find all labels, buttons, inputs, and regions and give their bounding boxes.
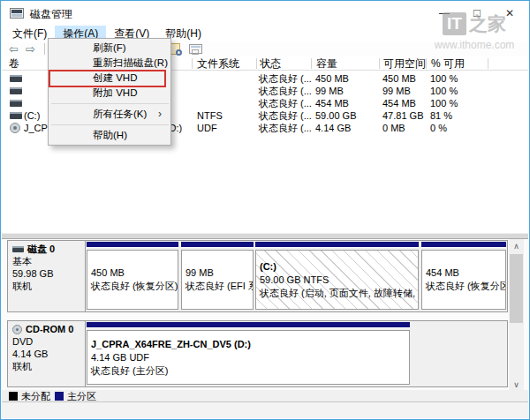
cdrom0-label[interactable]: CD-ROM 0 DVD 4.14 GB 联机: [8, 321, 86, 386]
properties-icon[interactable]: [189, 44, 202, 54]
primary-partition-bar: [421, 242, 506, 248]
volume-icon: [10, 100, 22, 107]
partition-status: 状态良好 (启动, 页面文件, 故障转储, 主分区): [260, 287, 414, 300]
column-divider[interactable]: [311, 58, 312, 69]
cell-capacity: 4.14 GB: [315, 122, 351, 134]
close-button[interactable]: ✕: [496, 1, 524, 26]
partition-status: 状态良好 (恢复分区): [91, 280, 174, 293]
volume-icon: [10, 87, 22, 94]
primary-partition-bar: [181, 242, 254, 248]
column-divider[interactable]: [256, 58, 257, 69]
app-icon: [10, 8, 24, 19]
primary-partition-bar: [87, 242, 178, 248]
partition-label: J_CPRA_X64FRE_ZH-CN_DV5 (D:): [91, 338, 405, 351]
partition-status: 状态良好 (EFI 系统分区): [186, 280, 249, 293]
cell-percent: 100 %: [430, 85, 458, 97]
status-bar: [2, 402, 528, 418]
partition-efi-99mb[interactable]: 99 MB 状态良好 (EFI 系统分区): [181, 242, 254, 310]
menu-item-attach-vhd[interactable]: 附加 VHD: [49, 86, 170, 101]
col-percent-free[interactable]: % 可用: [431, 57, 465, 70]
cell-free: 450 MB: [382, 72, 416, 85]
partition-letter: (C:): [260, 260, 414, 274]
column-divider[interactable]: [192, 58, 193, 69]
cell-status: 状态良好 (...: [259, 72, 312, 85]
volume-icon: [10, 75, 22, 82]
partition-size: 59.00 GB NTFS: [260, 274, 414, 287]
pane-splitter[interactable]: [2, 233, 528, 239]
cell-free: 99 MB: [382, 85, 411, 97]
cdrom0-status: 联机: [12, 360, 80, 372]
minimize-button[interactable]: —: [430, 1, 458, 26]
primary-partition-bar: [255, 242, 419, 248]
volume-icon: [10, 112, 22, 119]
cdrom0-group: CD-ROM 0 DVD 4.14 GB 联机 J_CPRA_X64FRE_ZH…: [7, 320, 508, 387]
disk0-label[interactable]: 磁盘 0 基本 59.98 GB 联机: [8, 241, 86, 311]
cell-status: 状态良好 (...: [259, 122, 312, 134]
menu-item-all-tasks[interactable]: 所有任务(K) ›: [49, 107, 170, 122]
cell-free: 47.81 GB: [382, 109, 423, 122]
disk0-status: 联机: [12, 280, 80, 292]
column-divider[interactable]: [426, 58, 427, 69]
cdrom0-type: DVD: [12, 335, 80, 348]
legend-unallocated-label: 未分配: [21, 390, 50, 402]
submenu-arrow-icon: ›: [158, 107, 162, 122]
back-arrow-icon[interactable]: ⇦: [9, 42, 19, 56]
disk0-group: 磁盘 0 基本 59.98 GB 联机 450 MB 状态良好 (恢复分区) 9…: [7, 240, 508, 312]
col-volume[interactable]: 卷: [9, 57, 19, 70]
partition-size: 450 MB: [91, 266, 174, 280]
col-free-space[interactable]: 可用空间: [383, 57, 426, 70]
scrollbar-thumb[interactable]: [510, 254, 523, 323]
partition-size: 454 MB: [426, 266, 502, 280]
cell-free: 454 MB: [382, 97, 416, 109]
partition-status: 状态良好 (恢复分区): [426, 280, 502, 293]
partition-legend: 未分配 主分区: [2, 390, 528, 402]
create-vhd-label: 创建 VHD: [93, 72, 137, 83]
menu-separator: [51, 103, 169, 104]
cell-percent: 100 %: [430, 72, 458, 85]
cell-capacity: 99 MB: [315, 85, 344, 97]
column-divider[interactable]: [488, 58, 488, 69]
vertical-scrollbar[interactable]: ∧ ∨: [509, 239, 524, 392]
col-filesystem[interactable]: 文件系统: [197, 57, 239, 70]
legend-primary-label: 主分区: [67, 390, 96, 402]
menu-item-create-vhd[interactable]: 创建 VHD: [49, 71, 170, 86]
disk-icon: [12, 246, 24, 252]
partition-recovery-450mb[interactable]: 450 MB 状态良好 (恢复分区): [87, 242, 178, 310]
partition-status: 状态良好 (主分区): [91, 364, 405, 378]
all-tasks-label: 所有任务(K): [93, 109, 147, 119]
partition-size: 4.14 GB UDF: [91, 351, 405, 364]
scroll-up-icon[interactable]: ∧: [509, 239, 524, 253]
partition-size: 99 MB: [186, 266, 249, 280]
partition-recovery-454mb[interactable]: 454 MB 状态良好 (恢复分区): [421, 242, 506, 310]
column-divider[interactable]: [379, 58, 380, 69]
menu-item-refresh[interactable]: 刷新(F): [49, 41, 170, 56]
menu-separator: [51, 124, 169, 125]
disk0-type: 基本: [12, 255, 80, 267]
forward-arrow-icon[interactable]: ⇨: [26, 42, 35, 56]
cdrom0-name: CD-ROM 0: [26, 323, 73, 335]
disk0-name: 磁盘 0: [27, 243, 55, 255]
toolbar-separator: [44, 43, 45, 55]
disk0-size: 59.98 GB: [12, 267, 80, 280]
col-capacity[interactable]: 容量: [316, 57, 337, 70]
partition-c-drive[interactable]: (C:) 59.00 GB NTFS 状态良好 (启动, 页面文件, 故障转储,…: [255, 242, 419, 310]
cell-volume: (C:): [24, 109, 40, 122]
disk-graphical-pane: 磁盘 0 基本 59.98 GB 联机 450 MB 状态良好 (恢复分区) 9…: [2, 239, 528, 392]
cd-disc-icon: [10, 123, 20, 133]
unallocated-swatch: [9, 392, 18, 401]
maximize-button[interactable]: □: [463, 1, 491, 26]
magnifier-icon: [176, 49, 182, 56]
menu-item-help[interactable]: 帮助(H): [49, 128, 170, 143]
cell-capacity: 454 MB: [315, 97, 349, 109]
col-status[interactable]: 状态: [260, 57, 281, 70]
cell-filesystem: NTFS: [197, 109, 223, 122]
cell-capacity: 450 MB: [315, 72, 349, 85]
title-bar: 磁盘管理 — □ ✕: [1, 1, 529, 26]
partition-d-drive[interactable]: J_CPRA_X64FRE_ZH-CN_DV5 (D:) 4.14 GB UDF…: [87, 322, 410, 385]
cell-status: 状态良好 (...: [259, 85, 312, 97]
menu-item-rescan-disks[interactable]: 重新扫描磁盘(R): [49, 56, 170, 71]
primary-partition-bar: [87, 322, 410, 328]
cell-percent: 81 %: [430, 109, 452, 122]
cell-capacity: 59.00 GB: [315, 109, 356, 122]
cell-status: 状态良好 (...: [259, 97, 312, 109]
